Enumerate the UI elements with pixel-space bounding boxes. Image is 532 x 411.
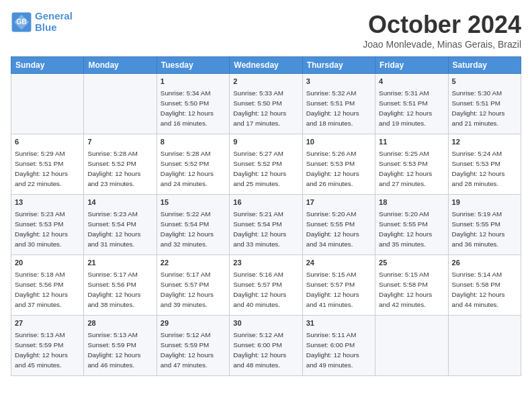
- calendar-cell: 14Sunrise: 5:23 AMSunset: 5:54 PMDayligh…: [84, 195, 157, 255]
- day-number: 31: [306, 318, 371, 328]
- weekday-header-cell: Friday: [375, 57, 448, 74]
- day-number: 23: [233, 258, 298, 268]
- day-info: Sunrise: 5:16 AMSunset: 5:57 PMDaylight:…: [233, 271, 286, 308]
- weekday-header-cell: Sunday: [11, 57, 84, 74]
- day-info: Sunrise: 5:17 AMSunset: 5:56 PMDaylight:…: [87, 271, 140, 308]
- calendar-cell: 16Sunrise: 5:21 AMSunset: 5:54 PMDayligh…: [230, 195, 302, 255]
- day-number: 24: [306, 258, 371, 268]
- svg-text:GB: GB: [16, 18, 27, 26]
- logo-text: General Blue: [35, 11, 73, 33]
- calendar-cell: [84, 74, 157, 134]
- day-info: Sunrise: 5:28 AMSunset: 5:52 PMDaylight:…: [161, 150, 214, 187]
- calendar-cell: 13Sunrise: 5:23 AMSunset: 5:53 PMDayligh…: [11, 195, 84, 255]
- day-number: 21: [87, 258, 152, 268]
- calendar-week-row: 1Sunrise: 5:34 AMSunset: 5:50 PMDaylight…: [11, 74, 521, 134]
- day-number: 20: [15, 258, 80, 268]
- calendar-cell: 25Sunrise: 5:15 AMSunset: 5:58 PMDayligh…: [375, 255, 448, 316]
- day-number: 29: [161, 318, 226, 328]
- day-info: Sunrise: 5:15 AMSunset: 5:57 PMDaylight:…: [306, 271, 359, 308]
- day-info: Sunrise: 5:23 AMSunset: 5:53 PMDaylight:…: [15, 210, 68, 247]
- day-info: Sunrise: 5:29 AMSunset: 5:51 PMDaylight:…: [15, 150, 68, 187]
- day-info: Sunrise: 5:21 AMSunset: 5:54 PMDaylight:…: [233, 210, 286, 247]
- title-block: October 2024 Joao Monlevade, Minas Gerai…: [363, 11, 521, 50]
- calendar-cell: 24Sunrise: 5:15 AMSunset: 5:57 PMDayligh…: [302, 255, 375, 316]
- calendar-cell: 27Sunrise: 5:13 AMSunset: 5:59 PMDayligh…: [11, 316, 84, 376]
- calendar-cell: 3Sunrise: 5:32 AMSunset: 5:51 PMDaylight…: [302, 74, 375, 134]
- calendar-cell: 10Sunrise: 5:26 AMSunset: 5:53 PMDayligh…: [302, 134, 375, 195]
- day-info: Sunrise: 5:27 AMSunset: 5:52 PMDaylight:…: [233, 150, 286, 187]
- calendar-cell: 2Sunrise: 5:33 AMSunset: 5:50 PMDaylight…: [230, 74, 302, 134]
- day-number: 4: [379, 77, 444, 87]
- day-info: Sunrise: 5:22 AMSunset: 5:54 PMDaylight:…: [161, 210, 214, 247]
- calendar-cell: 7Sunrise: 5:28 AMSunset: 5:52 PMDaylight…: [84, 134, 157, 195]
- day-number: 8: [161, 137, 226, 147]
- day-number: 17: [306, 197, 371, 208]
- day-info: Sunrise: 5:24 AMSunset: 5:53 PMDaylight:…: [452, 150, 505, 187]
- day-info: Sunrise: 5:13 AMSunset: 5:59 PMDaylight:…: [15, 331, 68, 368]
- weekday-header-row: SundayMondayTuesdayWednesdayThursdayFrid…: [11, 57, 521, 74]
- month-title: October 2024: [363, 11, 521, 39]
- day-number: 10: [306, 137, 371, 147]
- calendar-cell: 11Sunrise: 5:25 AMSunset: 5:53 PMDayligh…: [375, 134, 448, 195]
- day-number: 3: [306, 77, 371, 87]
- calendar-cell: 9Sunrise: 5:27 AMSunset: 5:52 PMDaylight…: [230, 134, 302, 195]
- calendar-cell: 31Sunrise: 5:11 AMSunset: 6:00 PMDayligh…: [302, 316, 375, 376]
- day-info: Sunrise: 5:30 AMSunset: 5:51 PMDaylight:…: [452, 89, 505, 126]
- day-number: 27: [15, 318, 80, 328]
- calendar-cell: 30Sunrise: 5:12 AMSunset: 6:00 PMDayligh…: [230, 316, 302, 376]
- day-number: 22: [161, 258, 226, 268]
- calendar-week-row: 6Sunrise: 5:29 AMSunset: 5:51 PMDaylight…: [11, 134, 521, 195]
- day-info: Sunrise: 5:26 AMSunset: 5:53 PMDaylight:…: [306, 150, 359, 187]
- calendar-week-row: 20Sunrise: 5:18 AMSunset: 5:56 PMDayligh…: [11, 255, 521, 316]
- day-info: Sunrise: 5:34 AMSunset: 5:50 PMDaylight:…: [161, 89, 214, 126]
- calendar-cell: [375, 316, 448, 376]
- calendar-cell: 5Sunrise: 5:30 AMSunset: 5:51 PMDaylight…: [448, 74, 521, 134]
- logo: GB General Blue: [11, 11, 73, 33]
- calendar-week-row: 27Sunrise: 5:13 AMSunset: 5:59 PMDayligh…: [11, 316, 521, 376]
- day-number: 11: [379, 137, 444, 147]
- day-number: 19: [452, 197, 517, 208]
- day-info: Sunrise: 5:23 AMSunset: 5:54 PMDaylight:…: [87, 210, 140, 247]
- day-info: Sunrise: 5:12 AMSunset: 5:59 PMDaylight:…: [161, 331, 214, 368]
- calendar-week-row: 13Sunrise: 5:23 AMSunset: 5:53 PMDayligh…: [11, 195, 521, 255]
- day-info: Sunrise: 5:33 AMSunset: 5:50 PMDaylight:…: [233, 89, 286, 126]
- day-info: Sunrise: 5:13 AMSunset: 5:59 PMDaylight:…: [87, 331, 140, 368]
- day-number: 28: [87, 318, 152, 328]
- calendar-table: SundayMondayTuesdayWednesdayThursdayFrid…: [11, 56, 521, 376]
- calendar-cell: 1Sunrise: 5:34 AMSunset: 5:50 PMDaylight…: [157, 74, 229, 134]
- calendar-cell: 22Sunrise: 5:17 AMSunset: 5:57 PMDayligh…: [157, 255, 229, 316]
- calendar-cell: 4Sunrise: 5:31 AMSunset: 5:51 PMDaylight…: [375, 74, 448, 134]
- day-number: 1: [161, 77, 226, 87]
- day-info: Sunrise: 5:14 AMSunset: 5:58 PMDaylight:…: [452, 271, 505, 308]
- calendar-cell: 6Sunrise: 5:29 AMSunset: 5:51 PMDaylight…: [11, 134, 84, 195]
- calendar-cell: 8Sunrise: 5:28 AMSunset: 5:52 PMDaylight…: [157, 134, 229, 195]
- logo-icon: GB: [11, 11, 32, 33]
- location-title: Joao Monlevade, Minas Gerais, Brazil: [363, 39, 521, 50]
- weekday-header-cell: Thursday: [302, 57, 375, 74]
- calendar-cell: 23Sunrise: 5:16 AMSunset: 5:57 PMDayligh…: [230, 255, 302, 316]
- weekday-header-cell: Monday: [84, 57, 157, 74]
- day-info: Sunrise: 5:20 AMSunset: 5:55 PMDaylight:…: [306, 210, 359, 247]
- calendar-cell: 29Sunrise: 5:12 AMSunset: 5:59 PMDayligh…: [157, 316, 229, 376]
- calendar-cell: [11, 74, 84, 134]
- day-number: 5: [452, 77, 517, 87]
- calendar-cell: 26Sunrise: 5:14 AMSunset: 5:58 PMDayligh…: [448, 255, 521, 316]
- day-number: 14: [87, 197, 152, 208]
- calendar-cell: 20Sunrise: 5:18 AMSunset: 5:56 PMDayligh…: [11, 255, 84, 316]
- day-number: 6: [15, 137, 80, 147]
- day-info: Sunrise: 5:25 AMSunset: 5:53 PMDaylight:…: [379, 150, 432, 187]
- day-info: Sunrise: 5:20 AMSunset: 5:55 PMDaylight:…: [379, 210, 432, 247]
- calendar-body: 1Sunrise: 5:34 AMSunset: 5:50 PMDaylight…: [11, 74, 521, 376]
- day-number: 9: [233, 137, 298, 147]
- day-number: 16: [233, 197, 298, 208]
- day-number: 25: [379, 258, 444, 268]
- day-number: 18: [379, 197, 444, 208]
- weekday-header-cell: Wednesday: [230, 57, 302, 74]
- calendar-cell: 15Sunrise: 5:22 AMSunset: 5:54 PMDayligh…: [157, 195, 229, 255]
- calendar-cell: 17Sunrise: 5:20 AMSunset: 5:55 PMDayligh…: [302, 195, 375, 255]
- page-header: GB General Blue October 2024 Joao Monlev…: [11, 11, 521, 50]
- day-number: 7: [87, 137, 152, 147]
- weekday-header-cell: Tuesday: [157, 57, 229, 74]
- calendar-cell: 19Sunrise: 5:19 AMSunset: 5:55 PMDayligh…: [448, 195, 521, 255]
- day-info: Sunrise: 5:17 AMSunset: 5:57 PMDaylight:…: [161, 271, 214, 308]
